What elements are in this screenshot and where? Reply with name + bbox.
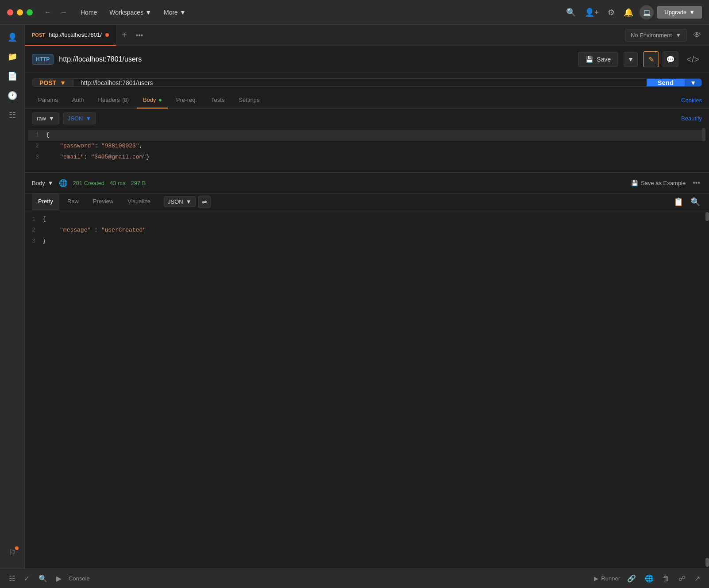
response-area: Body ▼ 🌐 201 Created 43 ms 297 B 💾 Save … bbox=[25, 172, 709, 569]
tab-body[interactable]: Body ● bbox=[137, 92, 168, 108]
badge-dot bbox=[15, 546, 19, 550]
cookies-link[interactable]: Cookies bbox=[681, 97, 702, 104]
invite-btn[interactable]: 👤+ bbox=[582, 5, 602, 20]
globe-icon: 🌐 bbox=[59, 179, 68, 187]
response-time: 43 ms bbox=[110, 180, 125, 186]
tab-headers[interactable]: Headers (8) bbox=[92, 92, 135, 108]
nav-more[interactable]: More ▼ bbox=[158, 6, 191, 19]
resp-tab-visualize[interactable]: Visualize bbox=[121, 193, 157, 210]
tab-bar-eye-icon[interactable]: 👁 bbox=[690, 28, 704, 43]
body-toolbar: raw ▼ JSON ▼ Beautify bbox=[25, 109, 709, 128]
console-label[interactable]: Console bbox=[69, 575, 90, 582]
notifications-btn[interactable]: 🔔 bbox=[621, 5, 636, 20]
env-selector[interactable]: No Environment ▼ bbox=[625, 29, 687, 42]
settings-btn[interactable]: ⚙ bbox=[605, 5, 617, 20]
resp-line-3: 3 } bbox=[25, 236, 709, 247]
upgrade-btn[interactable]: Upgrade ▼ bbox=[657, 6, 702, 19]
resp-format-selector: JSON ▼ ⇌ bbox=[164, 196, 211, 208]
bottom-link-icon[interactable]: 🔗 bbox=[625, 573, 638, 584]
request-tab-active[interactable]: POST http://localhost:7801/ bbox=[25, 25, 116, 46]
send-dropdown-btn[interactable]: ▼ bbox=[684, 79, 701, 86]
search-resp-icon[interactable]: 🔍 bbox=[689, 195, 702, 209]
bottom-notif-icon[interactable]: 🗑 bbox=[661, 573, 671, 584]
avatar[interactable]: 💻 bbox=[640, 5, 654, 19]
bottom-globe-icon[interactable]: 🌐 bbox=[643, 573, 655, 584]
runner-btn[interactable]: ▶ Runner bbox=[594, 575, 620, 582]
tab-auth[interactable]: Auth bbox=[66, 92, 90, 108]
nav-home[interactable]: Home bbox=[75, 6, 102, 19]
save-example-btn[interactable]: 💾 Save as Example bbox=[631, 180, 686, 186]
resp-tab-preview[interactable]: Preview bbox=[87, 193, 119, 210]
edit-icon-btn[interactable]: ✎ bbox=[643, 51, 659, 67]
sidebar-bottom: ⚐ bbox=[4, 544, 21, 565]
json-select[interactable]: JSON ▼ bbox=[63, 112, 96, 124]
sidebar-item-history[interactable]: 🕐 bbox=[4, 87, 21, 104]
tab-prereq[interactable]: Pre-req. bbox=[170, 92, 203, 108]
titlebar-right: 🔍 👤+ ⚙ 🔔 💻 Upgrade ▼ bbox=[563, 5, 702, 20]
raw-select[interactable]: raw ▼ bbox=[32, 112, 59, 124]
tab-bar: POST http://localhost:7801/ + ••• No Env… bbox=[25, 25, 709, 46]
comment-icon-btn[interactable]: 💬 bbox=[663, 51, 678, 67]
save-btn[interactable]: 💾 Save bbox=[578, 52, 618, 67]
bottom-check-icon[interactable]: ✓ bbox=[22, 573, 31, 584]
request-body-editor[interactable]: 1 { 2 "password": "988100023", 3 "email"… bbox=[28, 128, 705, 172]
code-icon-btn[interactable]: </> bbox=[684, 52, 702, 67]
resp-scrollbar-top[interactable] bbox=[705, 212, 709, 221]
new-tab-btn[interactable]: + bbox=[116, 25, 132, 46]
tab-params[interactable]: Params bbox=[32, 92, 64, 108]
bottom-search-icon[interactable]: 🔍 bbox=[37, 573, 49, 584]
resp-scrollbar-bottom[interactable] bbox=[705, 558, 709, 567]
json-resp-select[interactable]: JSON ▼ bbox=[164, 196, 196, 207]
maximize-window-btn[interactable] bbox=[27, 9, 33, 15]
minimize-window-btn[interactable] bbox=[17, 9, 23, 15]
titlebar: ← → Home Workspaces ▼ More ▼ 🔍 👤+ ⚙ 🔔 💻 … bbox=[0, 0, 709, 25]
response-more-btn[interactable]: ••• bbox=[691, 177, 702, 189]
request-tabs: Params Auth Headers (8) Body ● Pre-req. … bbox=[25, 92, 709, 109]
main-layout: 👤 📁 📄 🕐 ☷ ⚐ POST http://localhost:7801/ … bbox=[0, 25, 709, 569]
tab-more-btn[interactable]: ••• bbox=[132, 25, 147, 46]
editor-scrollbar[interactable] bbox=[702, 128, 705, 141]
search-btn[interactable]: 🔍 bbox=[563, 5, 578, 20]
url-bar: POST ▼ Send ▼ bbox=[32, 78, 702, 87]
url-input[interactable] bbox=[73, 79, 647, 86]
tab-unsaved-indicator bbox=[105, 33, 109, 37]
sidebar-item-grid[interactable]: ☷ bbox=[4, 106, 21, 124]
sidebar-notification[interactable]: ⚐ bbox=[4, 544, 21, 561]
bottom-split-icon[interactable]: ☍ bbox=[677, 573, 687, 584]
resp-line-2: 2 "message" : "userCreated" bbox=[25, 225, 709, 236]
http-badge: HTTP bbox=[32, 54, 54, 65]
bottom-expand-icon[interactable]: ↗ bbox=[693, 573, 702, 584]
save-dropdown-btn[interactable]: ▼ bbox=[624, 52, 638, 67]
response-size: 297 B bbox=[131, 180, 146, 186]
sidebar-item-collections[interactable]: 📁 bbox=[4, 48, 21, 66]
tab-tests[interactable]: Tests bbox=[205, 92, 231, 108]
bottom-layout-icon[interactable]: ☷ bbox=[7, 573, 17, 584]
resp-tab-raw[interactable]: Raw bbox=[61, 193, 85, 210]
close-window-btn[interactable] bbox=[7, 9, 13, 15]
titlebar-nav: Home Workspaces ▼ More ▼ bbox=[75, 6, 558, 19]
response-body-editor: 1 { 2 "message" : "userCreated" 3 } bbox=[25, 210, 709, 569]
tab-settings[interactable]: Settings bbox=[232, 92, 266, 108]
sidebar-item-user[interactable]: 👤 bbox=[4, 28, 21, 46]
bottom-bar: ☷ ✓ 🔍 ▶ Console ▶ Runner 🔗 🌐 🗑 ☍ ↗ bbox=[0, 569, 709, 588]
status-badge: 201 Created bbox=[73, 180, 105, 186]
nav-arrows: ← → bbox=[42, 7, 70, 18]
forward-btn[interactable]: → bbox=[58, 7, 70, 18]
tab-bar-right: No Environment ▼ 👁 bbox=[625, 28, 709, 43]
content-area: POST http://localhost:7801/ + ••• No Env… bbox=[25, 25, 709, 569]
request-url-display: http://localhost:7801/users bbox=[59, 55, 142, 63]
resp-tab-pretty[interactable]: Pretty bbox=[32, 193, 59, 210]
body-selector[interactable]: Body ▼ bbox=[32, 180, 54, 186]
save-icon: 💾 bbox=[631, 180, 638, 186]
wrap-icon[interactable]: ⇌ bbox=[198, 196, 211, 208]
response-tabs: Pretty Raw Preview Visualize JSON ▼ ⇌ 📋 … bbox=[25, 193, 709, 210]
method-selector[interactable]: POST ▼ bbox=[32, 79, 73, 86]
nav-workspaces[interactable]: Workspaces ▼ bbox=[104, 6, 157, 19]
beautify-btn[interactable]: Beautify bbox=[681, 115, 702, 122]
sidebar-item-apis[interactable]: 📄 bbox=[4, 67, 21, 85]
bottom-console-icon[interactable]: ▶ bbox=[54, 573, 63, 584]
sidebar: 👤 📁 📄 🕐 ☷ ⚐ bbox=[0, 25, 25, 569]
send-btn[interactable]: Send bbox=[647, 79, 684, 86]
back-btn[interactable]: ← bbox=[42, 7, 54, 18]
copy-resp-icon[interactable]: 📋 bbox=[672, 195, 685, 209]
